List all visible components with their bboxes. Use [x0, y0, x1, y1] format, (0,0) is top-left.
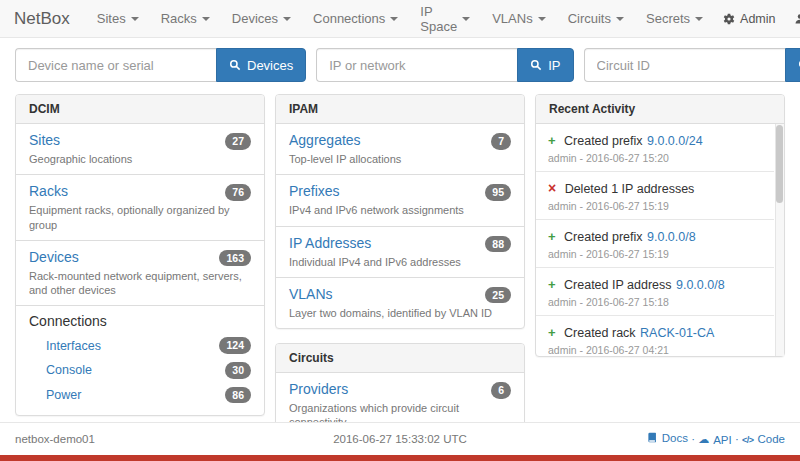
search-row: Devices IP Circuits — [0, 38, 800, 94]
device-search-button[interactable]: Devices — [216, 48, 306, 82]
chevron-down-icon — [462, 17, 470, 21]
nav-menu-label: Connections — [313, 11, 385, 26]
connections-block: Connections Interfaces 124 Console 30 — [16, 305, 264, 415]
activity-meta: admin - 2016-06-27 15:19 — [548, 248, 768, 260]
item-description: Top-level IP allocations — [289, 152, 511, 166]
prefixes-link[interactable]: Prefixes — [289, 183, 340, 199]
count-badge: 95 — [485, 184, 511, 201]
nav-menu-label: Circuits — [568, 11, 611, 26]
activity-object-link[interactable]: RACK-01-CA — [640, 326, 714, 340]
item-description: Rack-mounted network equipment, servers,… — [29, 269, 251, 298]
plus-icon: + — [548, 277, 556, 292]
api-link[interactable]: API — [698, 433, 732, 446]
panel-ipam-title: IPAM — [276, 95, 524, 124]
console-link[interactable]: Console — [46, 363, 225, 377]
count-badge: 86 — [225, 387, 251, 404]
nav-ip-space[interactable]: IP Space — [409, 0, 481, 37]
nav-circuits[interactable]: Circuits — [557, 0, 635, 37]
cloud-icon — [698, 433, 709, 446]
nav-vlans[interactable]: VLANs — [481, 0, 556, 37]
sites-link[interactable]: Sites — [29, 132, 60, 148]
admin-link[interactable]: Admin — [714, 0, 784, 37]
nav-sites[interactable]: Sites — [86, 0, 150, 37]
dcim-list: 27 Sites Geographic locations 76 Racks E… — [16, 124, 264, 305]
vlans-link[interactable]: VLANs — [289, 286, 333, 302]
netbox-brand[interactable]: NetBox — [14, 9, 70, 29]
footer-link-wrap: API — [698, 433, 739, 445]
search-icon — [229, 59, 241, 71]
circuit-search-input[interactable] — [584, 48, 785, 82]
racks-link[interactable]: Racks — [29, 183, 68, 199]
nav-racks[interactable]: Racks — [150, 0, 221, 37]
count-badge: 88 — [485, 236, 511, 253]
bottom-red-bar — [0, 455, 800, 461]
activity-object-link[interactable]: 9.0.0.0/8 — [647, 230, 696, 244]
panel-circuits-title: Circuits — [276, 344, 524, 373]
item-description: Geographic locations — [29, 152, 251, 166]
count-badge: 124 — [219, 337, 251, 354]
scrollbar-thumb[interactable] — [776, 125, 783, 203]
panel-dcim: DCIM 27 Sites Geographic locations 76 Ra… — [15, 94, 265, 416]
book-icon — [647, 432, 658, 443]
activity-row: + Created IP address 9.0.0.0/8 admin - 2… — [536, 267, 774, 315]
ip-search-button[interactable]: IP — [517, 48, 573, 82]
scrollbar[interactable] — [775, 124, 784, 356]
aggregates-link[interactable]: Aggregates — [289, 132, 361, 148]
nav-menu-label: VLANs — [492, 11, 532, 26]
chevron-down-icon — [695, 17, 703, 21]
chevron-down-icon — [390, 17, 398, 21]
panel-dcim-title: DCIM — [16, 95, 264, 124]
navbar: NetBox Sites Racks Devices Connections — [0, 0, 800, 38]
list-item: 25 VLANs Layer two domains, identified b… — [276, 277, 524, 328]
devices-link[interactable]: Devices — [29, 249, 79, 265]
activity-meta: admin - 2016-06-27 15:18 — [548, 296, 768, 308]
chevron-down-icon — [616, 17, 624, 21]
connection-row: Console 30 — [16, 358, 264, 383]
circuit-search-button[interactable]: Circuits — [785, 48, 800, 82]
nav-menu-label: Sites — [97, 11, 126, 26]
device-search-input[interactable] — [15, 48, 216, 82]
chevron-down-icon — [131, 17, 139, 21]
nav-secrets[interactable]: Secrets — [635, 0, 714, 37]
delete-x-icon: × — [548, 183, 556, 193]
activity-row: + Created prefix 9.0.0.0/8 admin - 2016-… — [536, 219, 774, 267]
count-badge: 27 — [225, 133, 251, 150]
nav-menu-label: Racks — [161, 11, 197, 26]
nav-menu-label: Devices — [232, 11, 278, 26]
footer-link-label: Code — [758, 433, 786, 445]
ip-search-input[interactable] — [316, 48, 517, 82]
activity-row: + Created rack RACK-01-CA admin - 2016-0… — [536, 315, 774, 356]
plus-icon: + — [548, 229, 556, 244]
activity-row: + Created prefix 9.0.0.0/24 admin - 2016… — [536, 124, 774, 171]
item-description: Layer two domains, identified by VLAN ID — [289, 306, 511, 320]
code-icon — [742, 433, 754, 445]
chevron-down-icon — [202, 17, 210, 21]
item-description: Equipment racks, optionally organized by… — [29, 203, 251, 232]
activity-row: × Deleted 1 IP addresses admin - 2016-06… — [536, 171, 774, 219]
nav-connections[interactable]: Connections — [302, 0, 409, 37]
item-description: Individual IPv4 and IPv6 addresses — [289, 255, 511, 269]
activity-object-link[interactable]: 9.0.0.0/24 — [647, 134, 703, 148]
docs-link[interactable]: Docs — [647, 432, 688, 444]
profile-link[interactable]: Profile — [785, 0, 800, 37]
activity-text: Created prefix — [564, 134, 643, 148]
footer-link-wrap: Docs — [647, 433, 695, 445]
interfaces-link[interactable]: Interfaces — [46, 339, 219, 353]
activity-meta: admin - 2016-06-27 15:19 — [548, 200, 768, 212]
power-link[interactable]: Power — [46, 388, 225, 402]
column-activity: Recent Activity + Created prefix 9.0.0.0… — [535, 94, 785, 461]
code-link[interactable]: Code — [742, 433, 785, 445]
providers-link[interactable]: Providers — [289, 381, 348, 397]
plus-icon: + — [548, 325, 556, 340]
plus-icon: + — [548, 133, 556, 148]
nav-devices[interactable]: Devices — [221, 0, 302, 37]
chevron-down-icon — [283, 17, 291, 21]
list-item: 76 Racks Equipment racks, optionally org… — [16, 174, 264, 240]
nav-menu-label: Secrets — [646, 11, 690, 26]
ip-addresses-link[interactable]: IP Addresses — [289, 235, 371, 251]
activity-object-link[interactable]: 9.0.0.0/8 — [676, 278, 725, 292]
nav-right: Admin Profile Log out — [714, 0, 800, 37]
circuit-search-group: Circuits — [584, 48, 800, 82]
activity-list: + Created prefix 9.0.0.0/24 admin - 2016… — [536, 124, 774, 356]
count-badge: 76 — [225, 184, 251, 201]
